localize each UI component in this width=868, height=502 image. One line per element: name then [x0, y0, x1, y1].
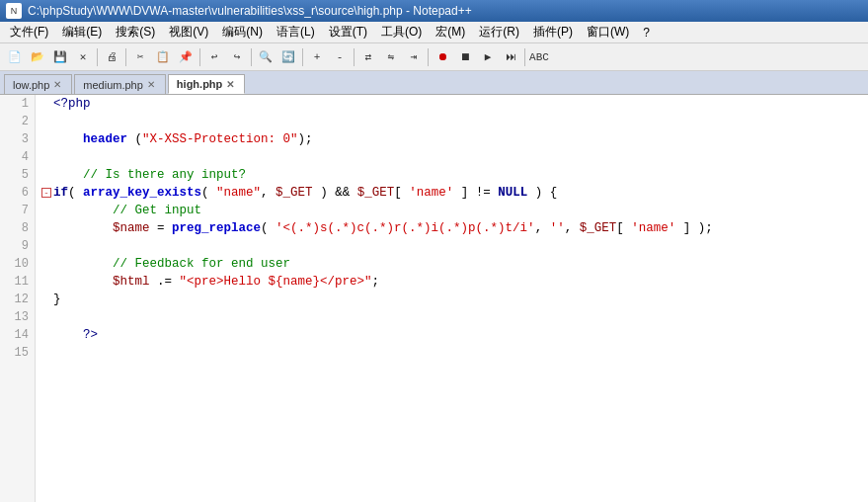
line-num-14: 14 [6, 326, 29, 344]
tab-low-php-close[interactable]: ✕ [53, 79, 61, 90]
code-line-1: <?php [41, 95, 862, 113]
code-line-5: // Is there any input? [41, 166, 862, 184]
tab-low-php-label: low.php [13, 79, 49, 91]
new-button[interactable]: 📄 [4, 46, 26, 68]
copy-button[interactable]: 📋 [152, 46, 174, 68]
line-num-12: 12 [6, 291, 29, 308]
indent-button[interactable]: ⇥ [403, 46, 425, 68]
tab-low-php[interactable]: low.php ✕ [4, 74, 72, 94]
zoom-out-button[interactable]: - [329, 46, 351, 68]
line-num-13: 13 [6, 308, 29, 326]
line-num-15: 15 [6, 344, 29, 362]
sep4 [251, 48, 252, 66]
code-area[interactable]: <?php header ( "X-XSS-Protection: 0" ); … [36, 95, 868, 502]
line-num-5: 5 [6, 166, 29, 184]
menu-settings[interactable]: 设置(T) [323, 23, 373, 42]
code-line-13 [41, 308, 862, 326]
tab-high-php-label: high.php [177, 78, 222, 90]
code-line-15 [41, 344, 862, 362]
code-line-2 [41, 113, 862, 130]
save-button[interactable]: 💾 [49, 46, 71, 68]
cut-button[interactable]: ✂ [129, 46, 151, 68]
sep8 [524, 48, 525, 66]
line-num-9: 9 [6, 237, 29, 255]
code-line-12: } [41, 291, 862, 308]
redo-button[interactable]: ↪ [226, 46, 248, 68]
code-line-9 [41, 237, 862, 255]
editor-container: 1 2 3 4 5 6 7 8 9 10 11 12 13 14 15 <?ph… [0, 95, 868, 502]
sep5 [302, 48, 303, 66]
line-num-2: 2 [6, 113, 29, 130]
replace-button[interactable]: 🔄 [277, 46, 299, 68]
paste-button[interactable]: 📌 [175, 46, 197, 68]
code-line-4 [41, 148, 862, 166]
menu-file[interactable]: 文件(F) [4, 23, 54, 42]
menu-tools[interactable]: 工具(O) [375, 23, 428, 42]
line-numbers: 1 2 3 4 5 6 7 8 9 10 11 12 13 14 15 [0, 95, 36, 502]
menu-bar: 文件(F) 编辑(E) 搜索(S) 视图(V) 编码(N) 语言(L) 设置(T… [0, 22, 868, 43]
app-icon: N [6, 3, 22, 19]
menu-edit[interactable]: 编辑(E) [56, 23, 108, 42]
menu-run[interactable]: 运行(R) [473, 23, 525, 42]
print-button[interactable]: 🖨 [101, 46, 122, 68]
open-button[interactable]: 📂 [27, 46, 48, 68]
code-line-11: $html .= "<pre>Hello ${name}</pre>" ; [41, 273, 862, 291]
code-line-10: // Feedback for end user [41, 255, 862, 273]
menu-view[interactable]: 视图(V) [163, 23, 214, 42]
sync-button[interactable]: ⇄ [357, 46, 379, 68]
sep1 [97, 48, 98, 66]
menu-plugins[interactable]: 插件(P) [527, 23, 579, 42]
sep2 [125, 48, 126, 66]
code-line-7: // Get input [41, 202, 862, 219]
find-button[interactable]: 🔍 [255, 46, 276, 68]
toolbar: 📄 📂 💾 ✕ 🖨 ✂ 📋 📌 ↩ ↪ 🔍 🔄 + - ⇄ ⇋ ⇥ ⏺ ⏹ ▶ … [0, 43, 868, 71]
macro-record-button[interactable]: ⏺ [432, 46, 453, 68]
sep6 [354, 48, 355, 66]
line-num-1: 1 [6, 95, 29, 113]
macro-run-button[interactable]: ⏭ [500, 46, 521, 68]
tab-medium-php-close[interactable]: ✕ [147, 79, 155, 90]
menu-lang[interactable]: 语言(L) [271, 23, 321, 42]
line-num-7: 7 [6, 202, 29, 219]
title-text: C:\phpStudy\WWW\DVWA-master\vulnerabilit… [28, 4, 472, 18]
menu-window[interactable]: 窗口(W) [581, 23, 635, 42]
sep7 [428, 48, 429, 66]
fold-marker-6[interactable]: - [41, 188, 51, 198]
undo-button[interactable]: ↩ [203, 46, 225, 68]
line-num-8: 8 [6, 219, 29, 237]
tabs-bar: low.php ✕ medium.php ✕ high.php ✕ [0, 71, 868, 95]
code-line-14: ?> [41, 326, 862, 344]
code-line-3: header ( "X-XSS-Protection: 0" ); [41, 130, 862, 148]
line-num-11: 11 [6, 273, 29, 291]
code-line-8: $name = preg_replace ( '<(.*)s(.*)c(.*)r… [41, 219, 862, 237]
code-line-6: - if ( array_key_exists ( "name" , $_GET… [41, 184, 862, 202]
zoom-in-button[interactable]: + [306, 46, 328, 68]
menu-macro[interactable]: 宏(M) [430, 23, 471, 42]
title-bar: N C:\phpStudy\WWW\DVWA-master\vulnerabil… [0, 0, 868, 22]
macro-stop-button[interactable]: ⏹ [454, 46, 476, 68]
line-num-3: 3 [6, 130, 29, 148]
line-num-4: 4 [6, 148, 29, 166]
tab-high-php[interactable]: high.php ✕ [168, 74, 245, 94]
tab-medium-php-label: medium.php [83, 79, 143, 91]
spellcheck-button[interactable]: ABC [528, 46, 550, 68]
menu-encode[interactable]: 编码(N) [216, 23, 269, 42]
close-button[interactable]: ✕ [72, 46, 94, 68]
tab-high-php-close[interactable]: ✕ [226, 79, 234, 90]
menu-search[interactable]: 搜索(S) [110, 23, 161, 42]
line-num-10: 10 [6, 255, 29, 273]
wrap-button[interactable]: ⇋ [380, 46, 402, 68]
line-num-6: 6 [6, 184, 29, 202]
menu-help[interactable]: ? [637, 25, 656, 41]
sep3 [199, 48, 200, 66]
tab-medium-php[interactable]: medium.php ✕ [74, 74, 166, 94]
macro-play-button[interactable]: ▶ [477, 46, 499, 68]
